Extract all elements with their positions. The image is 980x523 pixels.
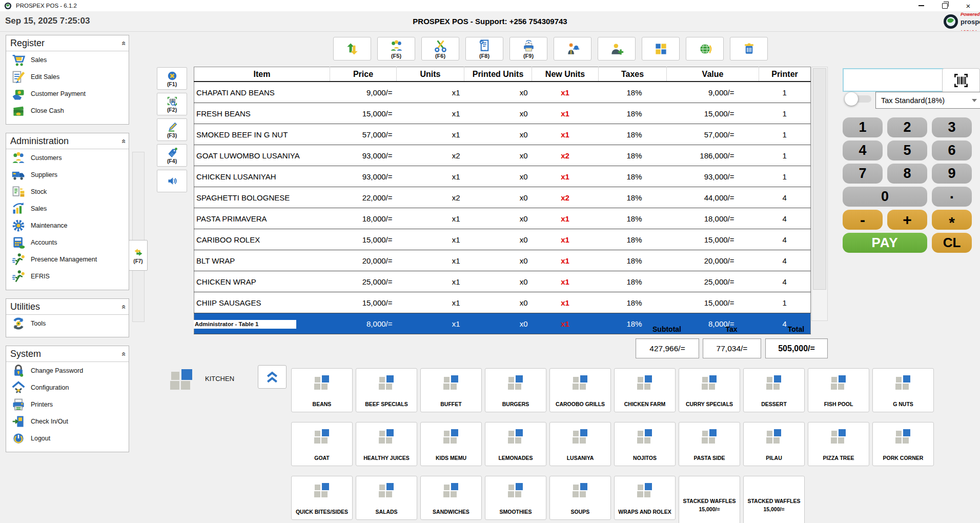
scrollbar-thumb[interactable] xyxy=(813,68,826,290)
minimize-button[interactable] xyxy=(909,0,933,11)
sidebar-item-accounts[interactable]: Accounts xyxy=(6,234,129,251)
edit-f3-button[interactable]: (F3) xyxy=(157,118,187,141)
receipt-f8-button[interactable]: (F8) xyxy=(465,37,503,61)
tax-select[interactable]: Tax Standard(18%) xyxy=(875,92,980,109)
category-tile[interactable]: CAROOBO GRILLS xyxy=(549,368,611,412)
sidebar-item-printers[interactable]: Printers xyxy=(6,396,129,413)
close-button[interactable]: × xyxy=(956,0,980,11)
maximize-button[interactable] xyxy=(933,0,956,11)
key-plus[interactable]: + xyxy=(887,210,927,230)
print-f9-button[interactable]: (F9) xyxy=(509,37,547,61)
sidebar-item-suppliers[interactable]: Suppliers xyxy=(6,166,129,183)
category-tile[interactable]: PASTA SIDE xyxy=(679,422,740,466)
category-tile[interactable]: BUFFET xyxy=(420,368,482,412)
category-tile[interactable]: PILAU xyxy=(743,422,805,466)
layout-button[interactable] xyxy=(642,37,680,61)
order-row[interactable]: FRESH BEANS 15,000/= x1 x0 x1 18% 15,000… xyxy=(194,103,811,124)
key-5[interactable]: 5 xyxy=(887,140,927,160)
category-tile[interactable]: GOAT xyxy=(291,422,353,466)
key-minus[interactable]: - xyxy=(843,210,883,230)
key-1[interactable]: 1 xyxy=(843,117,883,137)
sidebar-item-tools[interactable]: Tools xyxy=(6,315,129,332)
category-tile[interactable]: SOUPS xyxy=(549,476,611,520)
key-2[interactable]: 2 xyxy=(887,117,927,137)
category-tile[interactable]: FISH POOL xyxy=(808,368,869,412)
barcode-scan-button[interactable] xyxy=(942,68,980,93)
key-6[interactable]: 6 xyxy=(932,140,972,160)
category-tile[interactable]: WRAPS AND ROLEX xyxy=(614,476,676,520)
category-tile[interactable]: PIZZA TREE xyxy=(808,422,869,466)
sidebar-item-logout[interactable]: Logout xyxy=(6,430,129,447)
cancel-f1-button[interactable]: (F1) xyxy=(157,67,187,90)
tag-f4-button[interactable]: (F4) xyxy=(157,144,187,167)
category-tile[interactable]: LEMONADES xyxy=(485,422,546,466)
transfer-button[interactable] xyxy=(333,37,371,61)
pay-button[interactable]: PAY xyxy=(843,233,927,253)
sidebar-item-close-cash[interactable]: Close Cash xyxy=(6,102,129,119)
section-utilities-header[interactable]: Utilities » xyxy=(6,299,129,315)
barcode-input[interactable] xyxy=(843,68,944,92)
key-3[interactable]: 3 xyxy=(932,117,972,137)
sync-globe-button[interactable] xyxy=(686,37,724,61)
clear-button[interactable]: CL xyxy=(932,233,972,253)
customers-f5-button[interactable]: (F5) xyxy=(377,37,415,61)
transfer-f7-button[interactable]: (F7) xyxy=(129,240,148,271)
key-8[interactable]: 8 xyxy=(887,164,927,184)
category-tile[interactable]: HEALTHY JUICES xyxy=(356,422,417,466)
key-7[interactable]: 7 xyxy=(843,164,883,184)
category-tile[interactable]: PORK CORNER xyxy=(872,422,934,466)
category-tile[interactable]: SALADS xyxy=(356,476,417,520)
category-tile[interactable]: BEANS xyxy=(291,368,353,412)
sidebar-item-stock[interactable]: Stock xyxy=(6,183,129,200)
section-system-header[interactable]: System » xyxy=(6,346,129,362)
order-row[interactable]: PASTA PRIMAVERA 18,000/= x1 x0 x1 18% 18… xyxy=(194,208,811,229)
category-tile[interactable]: STACKED WAFFLES 15,000/= xyxy=(679,476,740,523)
key-4[interactable]: 4 xyxy=(843,140,883,160)
barcode-f2-button[interactable]: (F2) xyxy=(157,93,187,115)
sidebar-item-change-password[interactable]: Change Password xyxy=(6,362,129,379)
sidebar-item-presence-management[interactable]: Presence Management xyxy=(6,251,129,268)
order-row[interactable]: SMOKED BEEF IN G NUT 57,000/= x1 x0 x1 1… xyxy=(194,124,811,145)
sidebar-item-maintenance[interactable]: Maintenance xyxy=(6,217,129,234)
section-administration-header[interactable]: Administration » xyxy=(6,133,129,149)
key-9[interactable]: 9 xyxy=(932,164,972,184)
category-tile[interactable]: DESSERT xyxy=(743,368,805,412)
category-tile[interactable]: SANDWICHES xyxy=(420,476,482,520)
tax-toggle[interactable] xyxy=(845,92,873,106)
key-0[interactable]: 0 xyxy=(843,187,927,207)
key-decimal[interactable]: . xyxy=(932,187,972,207)
table-scrollbar[interactable] xyxy=(811,67,828,321)
collapse-categories-button[interactable] xyxy=(258,365,287,389)
category-tile[interactable]: CURRY SPECIALS xyxy=(679,368,740,412)
sidebar-item-sales-reports[interactable]: Sales xyxy=(6,200,129,217)
order-row[interactable]: CARIBOO ROLEX 15,000/= x1 x0 x1 18% 15,0… xyxy=(194,229,811,250)
waiter-button[interactable] xyxy=(554,37,591,61)
category-tile[interactable]: G NUTS xyxy=(872,368,934,412)
sidebar-item-efris[interactable]: EFRIS xyxy=(6,268,129,285)
order-row[interactable]: CHIIP SAUSAGES 15,000/= x1 x0 x1 18% 15,… xyxy=(194,292,811,313)
category-tile[interactable]: BEEF SPECIALS xyxy=(356,368,417,412)
announce-button[interactable] xyxy=(157,170,187,192)
category-tile[interactable]: CHICKEN FARM xyxy=(614,368,676,412)
key-multiply[interactable]: * xyxy=(932,210,972,230)
order-row[interactable]: GOAT LUWOMBO LUSANIYA 93,000/= x2 x0 x2 … xyxy=(194,145,811,166)
delete-button[interactable] xyxy=(730,37,768,61)
sidebar-item-check-in-out[interactable]: Check In/Out xyxy=(6,413,129,430)
order-row[interactable]: BLT WRAP 20,000/= x1 x0 x1 18% 20,000/= … xyxy=(194,250,811,271)
sidebar-item-customer-payment[interactable]: Customer Payment xyxy=(6,85,129,102)
category-tile[interactable]: BURGERS xyxy=(485,368,546,412)
category-tile[interactable]: SMOOTHIES xyxy=(485,476,546,520)
category-tile[interactable]: QUICK BITES/SIDES xyxy=(291,476,353,520)
order-row[interactable]: CHICKEN WRAP 25,000/= x1 x0 x1 18% 25,00… xyxy=(194,271,811,292)
order-row[interactable]: CHICKEN LUSANIYAH 93,000/= x1 x0 x1 18% … xyxy=(194,166,811,187)
split-f6-button[interactable]: (F6) xyxy=(421,37,459,61)
category-tile[interactable]: STACKED WAFFLES 15,000/= xyxy=(743,476,805,523)
sidebar-item-edit-sales[interactable]: Edit Sales xyxy=(6,68,129,85)
sidebar-item-configuration[interactable]: Configuration xyxy=(6,379,129,396)
category-tile[interactable]: NOJITOS xyxy=(614,422,676,466)
category-tile[interactable]: KIDS MEMU xyxy=(420,422,482,466)
order-row[interactable]: SPAGHETTI BOLOGNESE 22,000/= x2 x0 x2 18… xyxy=(194,187,811,208)
sidebar-item-customers[interactable]: Customers xyxy=(6,149,129,166)
order-row[interactable]: CHAPATI AND BEANS 9,000/= x1 x0 x1 18% 9… xyxy=(194,82,811,103)
add-person-button[interactable] xyxy=(598,37,636,61)
